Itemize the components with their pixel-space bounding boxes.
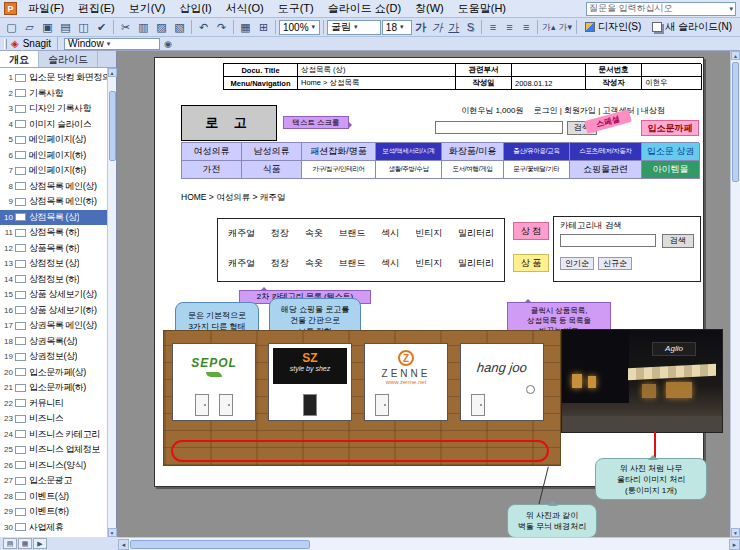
nav-cell[interactable]: 가전 (182, 161, 242, 179)
align-left-button[interactable]: ≡ (485, 19, 501, 35)
slide-list-item[interactable]: 21입소문까페(하) (0, 380, 107, 396)
category-link[interactable]: 브랜드 (338, 227, 365, 240)
nav-cell[interactable]: 생활/주방/수납 (376, 161, 442, 179)
italic-button[interactable]: 가 (429, 19, 445, 35)
zoom-select[interactable]: 100%▾ (279, 20, 320, 35)
insert-chart-icon[interactable]: ▦ (237, 19, 254, 35)
slide-list-item[interactable]: 22커뮤니티 (0, 396, 107, 412)
tab-slides[interactable]: 슬라이드 (39, 51, 98, 67)
font-select[interactable]: 굴림▾ (327, 20, 381, 35)
sidebar-scrollbar[interactable]: ▲ ▼ (107, 68, 116, 537)
slide-sorter-view-button[interactable]: ▦ (18, 538, 32, 549)
slide-list-item[interactable]: 28이벤트(상) (0, 489, 107, 505)
slide-list-item[interactable]: 8상점목록 메인(상) (0, 179, 107, 195)
menu-item[interactable]: 파일(F) (21, 0, 71, 17)
slide-list-item[interactable]: 5메인페이지(상) (0, 132, 107, 148)
category-link[interactable]: 섹시 (381, 257, 399, 270)
sort-newest-button[interactable]: 신규순 (598, 257, 632, 270)
category-link[interactable]: 밀리터리 (458, 257, 494, 270)
menu-item[interactable]: 서식(O) (219, 0, 271, 17)
redo-icon[interactable]: ↷ (213, 19, 230, 35)
nav-cell[interactable]: 아이템몰 (642, 161, 700, 179)
menu-item[interactable]: 슬라이드 쇼(D) (321, 0, 408, 17)
slide-list-item[interactable]: 14상점정보 (하) (0, 272, 107, 288)
nav-cell[interactable]: 화장품/미용 (442, 143, 504, 161)
category-link[interactable]: 정장 (271, 257, 289, 270)
font-size-select[interactable]: 18▾ (382, 20, 412, 35)
underline-button[interactable]: 가 (446, 19, 462, 35)
product-toggle-button[interactable]: 상 품 (513, 254, 549, 272)
align-center-button[interactable]: ≡ (502, 19, 518, 35)
slide-list-item[interactable]: 29이벤트(하) (0, 504, 107, 520)
slide-list-item[interactable]: 13상점정보 (상) (0, 256, 107, 272)
nav-cell[interactable]: 문구/꽃배달/기타 (504, 161, 570, 179)
store-card-hangjoo[interactable]: hang joo (460, 343, 544, 421)
menu-item[interactable]: 편집(E) (71, 0, 122, 17)
slide-list-item[interactable]: 15상품 상세보기(상) (0, 287, 107, 303)
nav-cell[interactable]: 패션잡화/명품 (302, 143, 376, 161)
slide-list-item[interactable]: 19상권정보(상) (0, 349, 107, 365)
new-file-icon[interactable]: ▢ (3, 19, 20, 35)
slide-list-item[interactable]: 20입소문까페(상) (0, 365, 107, 381)
nav-cell[interactable]: 식품 (242, 161, 302, 179)
spelling-icon[interactable]: ✔ (93, 19, 110, 35)
scrollbar-thumb[interactable] (109, 91, 116, 161)
search-input[interactable] (435, 121, 563, 134)
slide-list-item[interactable]: 12상품목록 (하) (0, 241, 107, 257)
menu-item[interactable]: 창(W) (408, 0, 451, 17)
store-card-sepol[interactable]: SEPOL (172, 343, 256, 421)
category-link[interactable]: 속옷 (305, 257, 323, 270)
sort-popular-button[interactable]: 인기순 (560, 257, 594, 270)
text-shadow-button[interactable]: S (463, 19, 479, 35)
increase-font-button[interactable]: 가▴ (541, 19, 557, 35)
slide-list-item[interactable]: 26비즈니스(양식) (0, 458, 107, 474)
slide-list-item[interactable]: 16상품 상세보기(하) (0, 303, 107, 319)
slideshow-button[interactable]: ▶ (33, 538, 47, 549)
nav-cell[interactable]: 남성의류 (242, 143, 302, 161)
slide-list-item[interactable]: 30사업제휴 (0, 520, 107, 536)
slide-list-item[interactable]: 17상권목록 메인(상) (0, 318, 107, 334)
category-link[interactable]: 빈티지 (415, 257, 442, 270)
slide-list-item[interactable]: 18상권목록(상) (0, 334, 107, 350)
new-slide-button[interactable]: 새 슬라이드(N) (647, 19, 737, 35)
print-preview-icon[interactable]: ◫ (75, 19, 92, 35)
slide-list-item[interactable]: 23비즈니스 (0, 411, 107, 427)
nav-cell[interactable]: 가구/침구/인테리어 (302, 161, 376, 179)
main-vertical-scrollbar[interactable]: ▲ ▼ (730, 51, 740, 537)
menu-item[interactable]: 도구(T) (271, 0, 321, 17)
shop-toggle-button[interactable]: 상 점 (513, 222, 549, 240)
slide-list-item[interactable]: 3디자인 기록사항 (0, 101, 107, 117)
slide-list-item[interactable]: 2기록사항 (0, 86, 107, 102)
save-icon[interactable]: ▣ (39, 19, 56, 35)
store-card-zenne[interactable]: Z ZENNE www.zenne.net (364, 343, 448, 421)
scroll-up-icon[interactable]: ▲ (108, 68, 117, 77)
open-file-icon[interactable]: ▱ (21, 19, 38, 35)
scrollbar-thumb[interactable] (732, 62, 739, 182)
slide-list-item[interactable]: 24비즈니스 카테고리 (0, 427, 107, 443)
copy-icon[interactable]: ▥ (135, 19, 152, 35)
scrollbar-thumb[interactable] (130, 540, 310, 549)
nav-cell[interactable]: 쇼핑몰관련 (570, 161, 642, 179)
nav-cell[interactable]: 보석/액세서리/시계 (376, 143, 442, 161)
scroll-left-icon[interactable]: ◄ (118, 539, 129, 550)
store-card-sz[interactable]: SZ style by shez (268, 343, 352, 421)
toolbar-grip[interactable] (4, 39, 7, 49)
category-link[interactable]: 섹시 (381, 227, 399, 240)
tab-outline[interactable]: 개요 (0, 51, 39, 67)
print-icon[interactable]: ▤ (57, 19, 74, 35)
category-link[interactable]: 브랜드 (338, 257, 365, 270)
slide-list-item[interactable]: 7메인페이지(하) (0, 163, 107, 179)
category-search-button[interactable]: 검색 (662, 234, 694, 248)
menu-item[interactable]: 삽입(I) (172, 0, 218, 17)
account-links[interactable]: 로그인 | 회원가입 | 고객센터 | 내상점 (533, 105, 665, 116)
snagit-window-select[interactable]: Window ▾ (64, 38, 160, 50)
slide-list-item[interactable]: 27입소문광고 (0, 473, 107, 489)
category-link[interactable]: 정장 (271, 227, 289, 240)
menu-item[interactable]: 도움말(H) (451, 0, 513, 17)
slide-list-item[interactable]: 1입소문 닷컴 화면정의 (0, 70, 107, 86)
slide-list-item[interactable]: 25비즈니스 업체정보 (0, 442, 107, 458)
slide-list-item[interactable]: 11상점목록 (하) (0, 225, 107, 241)
scroll-up-icon[interactable]: ▲ (731, 51, 740, 60)
insert-table-icon[interactable]: ⊞ (255, 19, 272, 35)
slide-canvas[interactable]: Docu. Title 상점목록 (상) 관련부서 문서번호 Menu/Navi… (154, 57, 704, 487)
